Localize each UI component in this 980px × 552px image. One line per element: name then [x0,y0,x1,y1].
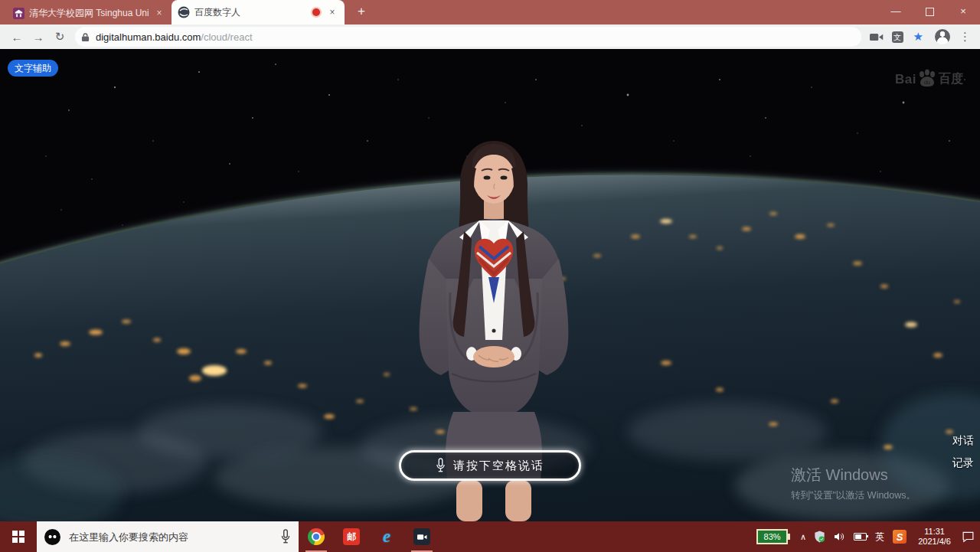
side-menu-dialog[interactable]: 对话 [952,434,974,448]
baidu-watermark-bai: Bai [895,72,916,87]
defender-shield-icon[interactable] [814,531,825,543]
taskbar-clock[interactable]: 11:31 2021/4/6 [918,527,951,547]
forward-button[interactable]: → [28,31,49,44]
battery-percent-badge: 83% [756,529,788,544]
back-button[interactable]: ← [6,31,28,44]
browser-titlebar: 清华大学校园网 Tsinghua Univ × 百度数字人 × + — × [0,0,980,24]
tray-expand-chevron-icon[interactable]: ∧ [800,532,806,542]
side-menu-records[interactable]: 记录 [952,456,974,470]
cortana-icon [44,529,60,545]
clock-time: 11:31 [918,527,951,537]
address-bar[interactable]: digitalhuman.baidu.com/cloud/react [75,27,861,47]
activation-title: 激活 Windows [791,465,916,485]
side-menu: 对话 记录 [952,434,974,470]
tab-label: 清华大学校园网 Tsinghua Univ [29,7,149,20]
svg-text:du: du [924,80,930,85]
url-path: /cloud/react [201,31,252,43]
microphone-icon [436,458,446,473]
tsinghua-favicon-icon [12,7,24,19]
system-tray: 83% ∧ 英 S 11:31 2021/4/6 [756,521,980,552]
browser-navbar: ← → ↻ digitalhuman.baidu.com/cloud/react… [0,24,980,49]
language-indicator[interactable]: 英 [875,531,884,544]
profile-avatar[interactable] [935,29,950,44]
taskbar-mail-icon[interactable]: 邮 [334,521,369,552]
start-button[interactable] [0,521,37,552]
tab-label: 百度数字人 [194,6,308,19]
chrome-icon [308,528,325,545]
navbar-actions: 文 ★ ⋮ [866,29,974,44]
speaker-icon[interactable] [833,531,845,542]
restore-icon [926,8,934,16]
taskbar-camera-icon[interactable] [404,521,439,552]
battery-icon[interactable] [854,533,867,541]
windows-logo-icon [12,531,25,544]
menu-kebab-icon[interactable]: ⋮ [959,30,971,44]
lock-icon [81,32,90,42]
activation-subtitle: 转到"设置"以激活 Windows。 [791,489,916,502]
text-assist-button[interactable]: 文字辅助 [8,60,58,77]
url-domain: digitalhuman.baidu.com [96,31,201,43]
internet-explorer-icon: e [383,527,390,547]
translate-icon[interactable]: 文 [892,31,903,43]
text-assist-label: 文字辅助 [15,62,51,75]
baidu-paw-icon: du [917,69,937,87]
mail-icon: 邮 [343,528,360,545]
action-center-icon[interactable] [962,531,975,543]
page-viewport: 文字辅助 Bai du 百度 请按下空格说话 对话 记录 激活 Windows … [0,49,980,521]
windows-activation-watermark: 激活 Windows 转到"设置"以激活 Windows。 [791,465,916,502]
close-tab-icon[interactable]: × [326,7,338,18]
sogou-input-icon[interactable]: S [893,530,906,544]
search-mic-icon[interactable] [280,529,291,544]
push-to-talk-button[interactable]: 请按下空格说话 [399,450,581,481]
clock-date: 2021/4/6 [918,537,951,547]
baidu-watermark-cn: 百度 [939,71,963,87]
taskbar-ie-icon[interactable]: e [369,521,404,552]
tab-digitalhuman[interactable]: 百度数字人 × [172,0,345,24]
globe-favicon-icon [178,6,190,18]
new-tab-button[interactable]: + [354,4,369,19]
taskbar-chrome-icon[interactable] [299,521,334,552]
window-controls: — × [879,0,980,23]
minimize-button[interactable]: — [879,0,913,23]
battery-badge-nub [788,534,790,540]
close-tab-icon[interactable]: × [153,8,165,18]
bookmark-star-icon[interactable]: ★ [913,30,923,44]
windows-taskbar: 邮 e 83% ∧ 英 S 11:31 2021/4/6 [0,521,980,552]
camera-icon[interactable] [870,32,884,42]
taskbar-search-input[interactable] [67,531,280,544]
close-window-button[interactable]: × [946,0,980,23]
push-to-talk-label: 请按下空格说话 [453,459,544,473]
refresh-button[interactable]: ↻ [49,30,70,44]
recording-indicator-icon [312,8,320,16]
video-recorder-icon [413,528,430,545]
restore-button[interactable] [913,0,946,23]
baidu-watermark: Bai du 百度 [895,69,963,87]
tab-tsinghua[interactable]: 清华大学校园网 Tsinghua Univ × [6,2,172,24]
taskbar-search-box[interactable] [37,521,299,552]
